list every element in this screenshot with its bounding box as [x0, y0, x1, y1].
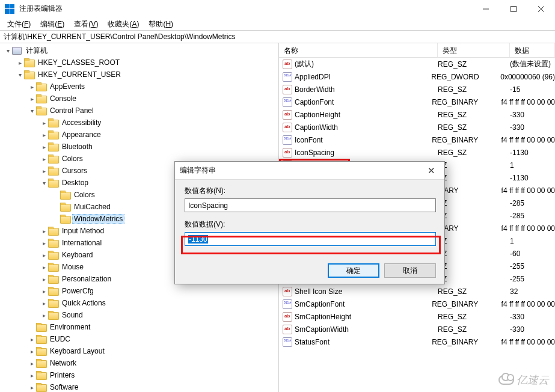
menu-edit[interactable]: 编辑(E)	[35, 18, 69, 31]
value-data: f4 ff ff ff 00 00 00	[501, 224, 555, 233]
folder-icon	[36, 107, 46, 115]
list-row[interactable]: (默认)REG_SZ(数值未设置)	[279, 58, 555, 70]
menu-help[interactable]: 帮助(H)	[144, 18, 178, 31]
svg-rect-1	[511, 6, 517, 11]
string-icon	[283, 148, 292, 158]
dialog-titlebar[interactable]: 编辑字符串 ✕	[175, 162, 444, 180]
tree-node-hkcu[interactable]: ▾HKEY_CURRENT_USER	[0, 69, 278, 81]
app-icon	[5, 4, 14, 14]
value-data: -15	[510, 85, 555, 94]
tree-node-accessibility[interactable]: ▸Accessibility	[0, 117, 278, 129]
list-row[interactable]: IconFontREG_BINARYf4 ff ff ff 00 00 00	[279, 133, 555, 146]
value-name-input[interactable]: IconSpacing	[185, 198, 436, 212]
tree-node-hkcr[interactable]: ▸HKEY_CLASSES_ROOT	[0, 57, 278, 69]
tree-node-appearance[interactable]: ▸Appearance	[0, 129, 278, 141]
value-data: -1130	[510, 149, 555, 157]
tree-node-powercfg[interactable]: ▸PowerCfg	[0, 285, 278, 297]
list-row[interactable]: BorderWidthREG_SZ-15	[279, 83, 555, 96]
value-data: f4 ff ff ff 00 00 00	[501, 98, 555, 106]
binary-icon	[283, 72, 292, 82]
tree-node-network[interactable]: ▸Network	[0, 357, 278, 369]
value-data: (数值未设置)	[510, 59, 555, 69]
col-header-data[interactable]: 数据	[510, 43, 555, 57]
tree-node-console[interactable]: ▸Console	[0, 93, 278, 105]
tree-node-sound[interactable]: ▸Sound	[0, 309, 278, 321]
value-name-label: 数值名称(N):	[185, 186, 435, 196]
col-header-name[interactable]: 名称	[279, 43, 438, 57]
value-data-input[interactable]: -1130	[185, 232, 436, 246]
value-data: -285	[510, 199, 555, 207]
list-row[interactable]: CaptionHeightREG_SZ-330	[279, 108, 555, 121]
ok-button[interactable]: 确定	[328, 263, 379, 278]
value-type: REG_BINARY	[432, 300, 501, 308]
value-data: 1	[510, 237, 555, 245]
list-row[interactable]: Shell Icon SizeREG_SZ32	[279, 285, 555, 298]
tree-node-printers[interactable]: ▸Printers	[0, 369, 278, 381]
folder-icon	[48, 251, 58, 259]
value-type: SZ	[438, 199, 510, 207]
tree-node-controlpanel[interactable]: ▾Control Panel	[0, 105, 278, 117]
list-row[interactable]: CaptionFontREG_BINARYf4 ff ff ff 00 00 0…	[279, 96, 555, 108]
value-type: SZ	[438, 212, 510, 220]
string-icon	[283, 287, 292, 296]
value-type: REG_SZ	[438, 60, 510, 69]
list-row[interactable]: AppliedDPIREG_DWORD0x00000060 (96)	[279, 70, 555, 83]
tree-node-quickactions[interactable]: ▸Quick Actions	[0, 297, 278, 309]
value-data: f4 ff ff ff 00 00 00	[501, 300, 555, 308]
value-type: REG_DWORD	[431, 73, 500, 81]
binary-icon	[283, 337, 292, 347]
value-name: CaptionWidth	[295, 123, 338, 132]
list-row[interactable]: CaptionWidthREG_SZ-330	[279, 121, 555, 133]
value-type: REG_SZ	[438, 149, 510, 157]
list-row[interactable]: SmCaptionWidthREG_SZ-330	[279, 323, 555, 335]
tree-node-appevents[interactable]: ▸AppEvents	[0, 81, 278, 93]
value-type: SZ	[438, 262, 510, 271]
tree-node-keyboardlayout[interactable]: ▸Keyboard Layout	[0, 345, 278, 357]
value-data: -330	[510, 123, 555, 132]
folder-icon	[60, 203, 70, 211]
string-icon	[283, 325, 292, 334]
value-type: SZ	[438, 161, 510, 170]
value-data: 32	[510, 287, 555, 296]
folder-icon	[48, 119, 58, 127]
folder-icon	[48, 143, 58, 151]
folder-icon	[48, 275, 58, 283]
menu-favorites[interactable]: 收藏夹(A)	[103, 18, 144, 31]
value-type: SZ	[438, 275, 510, 283]
value-type: REG_SZ	[438, 325, 510, 334]
folder-icon	[60, 215, 70, 223]
maximize-button[interactable]	[500, 0, 527, 18]
tree-node-eudc[interactable]: ▸EUDC	[0, 333, 278, 345]
folder-icon	[48, 131, 58, 139]
col-header-type[interactable]: 类型	[438, 43, 510, 57]
value-data: -330	[510, 111, 555, 119]
dialog-close-button[interactable]: ✕	[423, 165, 440, 176]
edit-string-dialog: 编辑字符串 ✕ 数值名称(N): IconSpacing 数值数据(V): -1…	[174, 161, 445, 284]
address-bar[interactable]: 计算机\HKEY_CURRENT_USER\Control Panel\Desk…	[0, 30, 555, 43]
string-icon	[283, 85, 292, 94]
menu-file[interactable]: 文件(F)	[2, 18, 35, 31]
cancel-button[interactable]: 取消	[384, 263, 436, 278]
value-type: REG_BINARY	[432, 136, 501, 144]
string-icon	[283, 110, 292, 120]
folder-icon	[36, 348, 46, 355]
minimize-button[interactable]	[472, 0, 500, 18]
tree-node-computer[interactable]: ▾计算机	[0, 44, 278, 57]
value-data: -330	[510, 325, 555, 334]
folder-icon	[48, 263, 58, 271]
list-row[interactable]: SmCaptionFontREG_BINARYf4 ff ff ff 00 00…	[279, 298, 555, 310]
list-row[interactable]: IconSpacingREG_SZ-1130	[279, 146, 555, 159]
tree-node-bluetooth[interactable]: ▸Bluetooth	[0, 141, 278, 153]
tree-node-environment[interactable]: Environment	[0, 321, 278, 333]
list-row[interactable]: SmCaptionHeightREG_SZ-330	[279, 310, 555, 323]
close-button[interactable]	[527, 0, 555, 18]
value-name: CaptionHeight	[295, 111, 340, 119]
menubar: 文件(F) 编辑(E) 查看(V) 收藏夹(A) 帮助(H)	[0, 18, 555, 30]
tree-node-software[interactable]: ▸Software	[0, 381, 278, 392]
binary-icon	[283, 135, 292, 145]
menu-view[interactable]: 查看(V)	[69, 18, 103, 31]
value-type: SZ	[438, 174, 510, 182]
list-row[interactable]: StatusFontREG_BINARYf4 ff ff ff 00 00 00	[279, 335, 555, 348]
value-type: REG_BINARY	[432, 98, 501, 106]
value-data: -255	[510, 262, 555, 271]
